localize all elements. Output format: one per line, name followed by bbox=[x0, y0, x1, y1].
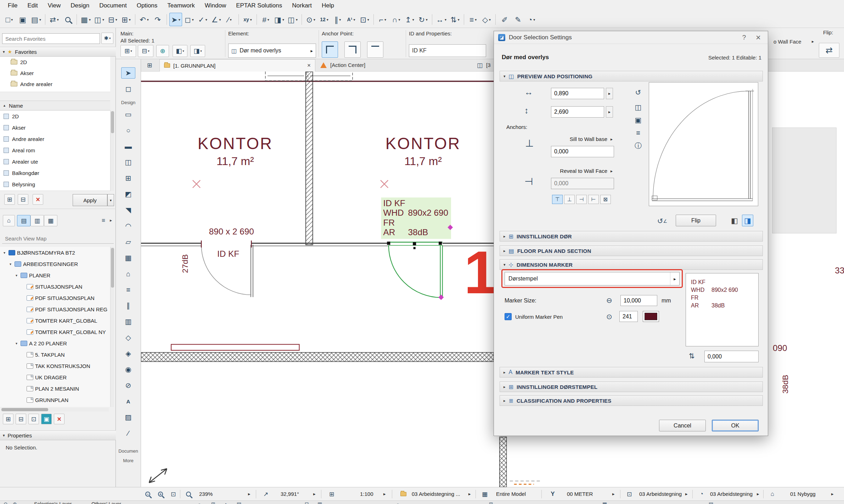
pen-number-input[interactable] bbox=[619, 311, 638, 322]
morph-edit-button[interactable]: ◇ bbox=[480, 13, 493, 26]
chevron-right-icon[interactable]: ▸ bbox=[383, 491, 386, 497]
section-innstillinger-dor[interactable]: ▸ ⊞ INNSTILLINGER DØR bbox=[500, 231, 763, 242]
corner-tool-button[interactable]: ⌐ bbox=[376, 13, 389, 26]
favorites-item[interactable]: Akser bbox=[0, 68, 110, 79]
favorites-settings-button[interactable]: ✱ bbox=[101, 33, 113, 44]
tree-item-pdf-situasjonsplan-reg[interactable]: PDF SITUASJONSPLAN REG bbox=[0, 304, 110, 315]
skylight-tool[interactable]: ◩ bbox=[121, 188, 135, 200]
menu-item[interactable]: View bbox=[43, 1, 66, 11]
toolbar-separator[interactable] bbox=[238, 14, 239, 25]
tree-item-tomter-kart-global-ny[interactable]: TOMTER KART_GLOBAL NY bbox=[0, 326, 110, 338]
mirror-right-button[interactable]: ◨ bbox=[742, 215, 753, 226]
partial-structure-button[interactable]: ◫ bbox=[286, 13, 299, 26]
tree-item-arbeidstegninger[interactable]: ▾ARBEIDSTEGNINGER bbox=[0, 258, 110, 270]
toolbox-group-design-label[interactable]: Design bbox=[121, 100, 135, 105]
height-flyout-button[interactable]: ▸ bbox=[606, 106, 613, 118]
menu-item[interactable]: Edit bbox=[22, 1, 43, 11]
lamp-tool[interactable]: ◉ bbox=[121, 364, 135, 375]
marker-offset-input[interactable] bbox=[704, 351, 759, 362]
close-icon[interactable]: × bbox=[307, 62, 311, 69]
toolbar-separator[interactable] bbox=[77, 14, 77, 25]
object-tool[interactable]: ◈ bbox=[121, 348, 135, 359]
favorites-button[interactable]: ▦ bbox=[79, 13, 92, 26]
dimension-vertical-button[interactable]: ⇅ bbox=[449, 13, 461, 26]
chevron-right-icon[interactable]: ▸ bbox=[110, 218, 112, 223]
menu-item[interactable]: Options bbox=[132, 1, 163, 11]
toolbox-group-document-label[interactable]: Documen bbox=[118, 448, 138, 454]
sill-value-input[interactable] bbox=[551, 146, 614, 157]
properties-header[interactable]: ▾ Properties bbox=[0, 430, 116, 440]
pen-set-button[interactable]: ◔ bbox=[697, 490, 706, 498]
chevron-right-icon[interactable]: ▸ bbox=[248, 491, 251, 497]
help-button[interactable]: ? bbox=[739, 33, 749, 42]
marker-style-dropdown[interactable]: Dørstempel ▸ bbox=[505, 272, 680, 285]
tree-item-situasjonsplan[interactable]: SITUASJONSPLAN bbox=[0, 281, 110, 292]
display-options-value[interactable]: 03 Arbeidstegning bbox=[639, 491, 682, 497]
list-item[interactable]: Areal rom bbox=[0, 145, 110, 156]
center-wall[interactable] bbox=[306, 72, 313, 245]
tab-fragment[interactable]: [3 bbox=[486, 62, 491, 68]
align-button[interactable]: ≡ bbox=[467, 13, 479, 26]
zone-tool[interactable]: ⌂ bbox=[121, 268, 135, 279]
door-tool[interactable]: ◫ bbox=[121, 157, 135, 168]
flip-fragment-button[interactable]: ⇄ bbox=[819, 43, 839, 58]
save-button[interactable]: ▣ bbox=[16, 13, 29, 26]
arc-tool-button[interactable]: ∩ bbox=[390, 13, 403, 26]
display-options-button[interactable]: ⊡ bbox=[625, 490, 634, 498]
inject-parameters-button[interactable]: ✎ bbox=[512, 13, 524, 26]
zoom-level-button[interactable] bbox=[184, 490, 193, 498]
delete-view-button[interactable]: × bbox=[54, 414, 64, 424]
marquee-tool-button[interactable]: ◻ bbox=[183, 13, 196, 26]
pen-sets-button[interactable]: ⊟ bbox=[106, 13, 119, 26]
search-favorites-input[interactable] bbox=[2, 33, 100, 44]
menu-item[interactable]: Document bbox=[94, 1, 131, 11]
tree-h-scrollbar[interactable] bbox=[1, 408, 109, 412]
reveal-flyout-button[interactable]: ▸ bbox=[608, 167, 615, 175]
favorites-header[interactable]: ▾ ★ Favorites bbox=[0, 47, 116, 57]
chevron-right-icon[interactable]: ▸ bbox=[831, 491, 834, 497]
quick-layers-button[interactable]: ⊡ bbox=[358, 13, 371, 26]
new-favorite-button[interactable]: ⊞ bbox=[4, 194, 15, 205]
hatched-wall-band[interactable] bbox=[141, 352, 494, 362]
menu-item[interactable]: Design bbox=[66, 1, 94, 11]
select-arrow-tool[interactable]: ➤ bbox=[121, 67, 135, 79]
scrollbar-thumb[interactable] bbox=[1, 408, 48, 411]
close-button[interactable]: × bbox=[753, 33, 764, 42]
door-preview[interactable] bbox=[649, 82, 758, 206]
beam-tool[interactable]: ▬ bbox=[121, 141, 135, 152]
dialog-title-bar[interactable]: ◪ Door Selection Settings ? × bbox=[494, 31, 768, 44]
roof-tool[interactable]: ◥ bbox=[121, 204, 135, 216]
scrollbar-thumb[interactable] bbox=[111, 111, 114, 133]
clone-folder-button[interactable]: ⊟ bbox=[16, 414, 26, 424]
list-item[interactable]: Balkongdør bbox=[0, 167, 110, 179]
fit-in-window-button[interactable]: ⊡ bbox=[169, 490, 178, 498]
wall-tool[interactable]: ▭ bbox=[121, 109, 135, 120]
door-1[interactable]: ID KF 27dB bbox=[180, 240, 253, 297]
home-view-button[interactable]: ⌂ bbox=[3, 215, 15, 226]
stair-tool[interactable]: ≡ bbox=[121, 284, 135, 295]
railing-tool[interactable]: ∥ bbox=[121, 300, 135, 311]
pick-up-parameters-button[interactable]: ✐ bbox=[498, 13, 511, 26]
toolbar-separator[interactable] bbox=[302, 14, 302, 25]
guide-line-button[interactable]: ∕ bbox=[223, 13, 236, 26]
profiles-button[interactable]: ⊞ bbox=[120, 13, 133, 26]
section-innstillinger-dorstempel[interactable]: ▸ ⊞ INNSTILLINGER DØRSTEMPEL bbox=[500, 381, 763, 392]
line-tool[interactable]: ∕ bbox=[121, 427, 135, 439]
window-tool[interactable]: ⊞ bbox=[121, 172, 135, 184]
morph-tool[interactable]: ◇ bbox=[121, 332, 135, 343]
plan-view-mode-button[interactable]: ⊞ bbox=[120, 45, 136, 57]
tree-item-bjornstadmyra-bt2[interactable]: ▾BJØRNSTADMYRA BT2 bbox=[0, 247, 110, 258]
slab-tool[interactable]: ▱ bbox=[121, 236, 135, 248]
story-value[interactable]: 01 Nybygg bbox=[790, 491, 816, 497]
door-swing-right-button[interactable]: ◨ bbox=[190, 45, 205, 57]
twist-icon[interactable]: ▾ bbox=[2, 251, 7, 255]
tree-item-a-2-20-planer[interactable]: ▾A 2 20 PLANER bbox=[0, 338, 110, 349]
layout-value[interactable]: 03 Arbeidstegning ... bbox=[412, 491, 460, 497]
orientation-button[interactable]: ↗ bbox=[261, 490, 270, 498]
menu-item[interactable]: Window bbox=[200, 1, 231, 11]
section-floor-plan[interactable]: ▸ ▤ FLOOR PLAN AND SECTION bbox=[500, 245, 763, 256]
text-tool[interactable]: A bbox=[121, 396, 135, 407]
visual-compare-button[interactable]: ◔ bbox=[525, 13, 538, 26]
toolbar-separator[interactable] bbox=[257, 14, 257, 25]
chevron-right-icon[interactable]: ▸ bbox=[313, 491, 316, 497]
